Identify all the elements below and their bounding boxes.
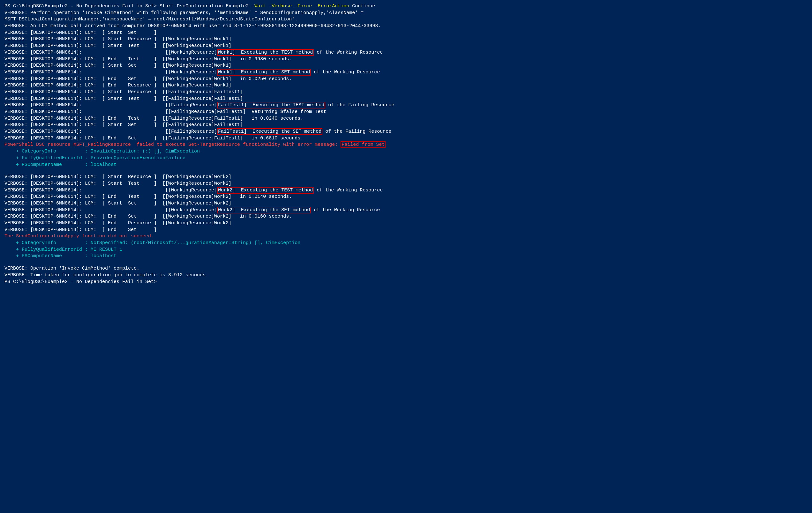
line-18: VERBOSE: [DESKTOP-6NN8614]: LCM: [ End T…: [4, 116, 808, 122]
line-26: VERBOSE: [DESKTOP-6NN8614]: LCM: [ Start…: [4, 200, 808, 207]
line-2: VERBOSE: Perform operation 'Invoke CimMe…: [4, 10, 808, 17]
line-error-4: + PSComputerName : localhost: [4, 162, 808, 169]
blank-1: [4, 168, 808, 174]
line-11: VERBOSE: [DESKTOP-6NN8614]: [[WorkingRes…: [4, 69, 808, 76]
line-27: VERBOSE: [DESKTOP-6NN8614]: [[WorkingRes…: [4, 207, 808, 214]
line-14: VERBOSE: [DESKTOP-6NN8614]: LCM: [ Start…: [4, 89, 808, 96]
line-4: VERBOSE: An LCM method call arrived from…: [4, 23, 808, 30]
line-21: VERBOSE: [DESKTOP-6NN8614]: LCM: [ End S…: [4, 135, 808, 142]
line-32: VERBOSE: Time taken for configuration jo…: [4, 272, 808, 279]
line-13: VERBOSE: [DESKTOP-6NN8614]: LCM: [ End R…: [4, 82, 808, 89]
line-22: VERBOSE: [DESKTOP-6NN8614]: LCM: [ Start…: [4, 174, 808, 181]
line-10: VERBOSE: [DESKTOP-6NN8614]: LCM: [ Start…: [4, 63, 808, 69]
line-17: VERBOSE: [DESKTOP-6NN8614]: [[FailingRes…: [4, 109, 808, 116]
line-error-3: + FullyQualifiedErrorId : ProviderOperat…: [4, 155, 808, 162]
line-7: VERBOSE: [DESKTOP-6NN8614]: LCM: [ Start…: [4, 43, 808, 50]
line-5: VERBOSE: [DESKTOP-6NN8614]: LCM: [ Start…: [4, 30, 808, 36]
line-28: VERBOSE: [DESKTOP-6NN8614]: LCM: [ End S…: [4, 213, 808, 220]
terminal-window: PS C:\BlogDSC\Example2 – No Dependencies…: [4, 3, 808, 285]
line-9: VERBOSE: [DESKTOP-6NN8614]: LCM: [ End T…: [4, 56, 808, 63]
line-8: VERBOSE: [DESKTOP-6NN8614]: [[WorkingRes…: [4, 50, 808, 56]
line-error-6: + CategoryInfo : NotSpecified: (root/Mic…: [4, 240, 808, 247]
line-error-8: + PSComputerName : localhost: [4, 253, 808, 260]
line-12: VERBOSE: [DESKTOP-6NN8614]: LCM: [ End S…: [4, 76, 808, 83]
line-24: VERBOSE: [DESKTOP-6NN8614]: [[WorkingRes…: [4, 187, 808, 194]
line-error-2: + CategoryInfo : InvalidOperation: (:) […: [4, 148, 808, 155]
line-3: MSFT_DSCLocalConfigurationManager,'names…: [4, 16, 808, 23]
line-error-5: The SendConfigurationApply function did …: [4, 233, 808, 240]
line-23: VERBOSE: [DESKTOP-6NN8614]: LCM: [ Start…: [4, 181, 808, 187]
line-19: VERBOSE: [DESKTOP-6NN8614]: LCM: [ Start…: [4, 122, 808, 128]
line-20: VERBOSE: [DESKTOP-6NN8614]: [[FailingRes…: [4, 128, 808, 135]
line-29: VERBOSE: [DESKTOP-6NN8614]: LCM: [ End R…: [4, 220, 808, 227]
line-6: VERBOSE: [DESKTOP-6NN8614]: LCM: [ Start…: [4, 36, 808, 43]
line-25: VERBOSE: [DESKTOP-6NN8614]: LCM: [ End T…: [4, 194, 808, 200]
line-33: PS C:\BlogDSC\Example2 – No Dependencies…: [4, 279, 808, 285]
line-error-7: + FullyQualifiedErrorId : MI RESULT 1: [4, 247, 808, 253]
line-30: VERBOSE: [DESKTOP-6NN8614]: LCM: [ End S…: [4, 227, 808, 234]
blank-2: [4, 260, 808, 266]
line-16: VERBOSE: [DESKTOP-6NN8614]: [[FailingRes…: [4, 102, 808, 109]
line-1: PS C:\BlogDSC\Example2 – No Dependencies…: [4, 3, 808, 10]
line-error-1: PowerShell DSC resource MSFT_FailingReso…: [4, 142, 808, 148]
line-31: VERBOSE: Operation 'Invoke CimMethod' co…: [4, 266, 808, 272]
line-15: VERBOSE: [DESKTOP-6NN8614]: LCM: [ Start…: [4, 96, 808, 102]
